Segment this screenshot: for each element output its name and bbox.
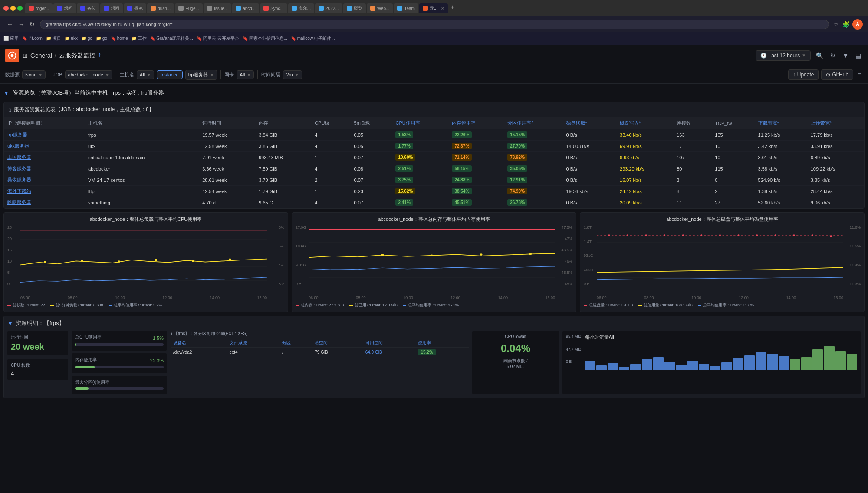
reload-btn[interactable]: ↻ <box>28 20 36 29</box>
col-memory: 内存 <box>255 117 311 129</box>
bookmark-prometheus[interactable]: 📁 go <box>96 36 107 41</box>
tab-4[interactable]: 想问 <box>100 3 123 13</box>
share-icon[interactable]: ⤴ <box>98 53 101 59</box>
tab-11[interactable]: 海尔... <box>288 3 314 13</box>
mem-chart-legend: 总内存 Current: 27.2 GiB 总已用 Current: 12.3 … <box>296 302 572 308</box>
bookmark-aliyun[interactable]: 🔖 阿里云-云开发平台 <box>197 36 239 42</box>
minimize-btn[interactable] <box>10 6 16 11</box>
bookmark-mail[interactable]: 🔖 mailcow.电子邮件... <box>291 36 335 42</box>
new-tab-btn[interactable]: + <box>450 3 454 13</box>
gauges-column: 总CPU使用率 1.5% 内存使用率 22.3% <box>72 331 167 394</box>
refresh-btn[interactable]: ↻ <box>829 50 837 61</box>
time-range-btn[interactable]: 🕐 Last 12 hours ▼ <box>756 50 811 61</box>
row-uptime: 7.91 week <box>199 152 255 163</box>
row-ul-bw: 109.22 kb/s <box>807 163 864 174</box>
bookmark-grafana[interactable]: 🔖 Grafana展示精美... <box>150 36 193 42</box>
row-ip[interactable]: 略略服务器 <box>4 197 85 208</box>
tab-13[interactable]: 概览 <box>343 3 366 13</box>
bookmark-work[interactable]: 📁 工作 <box>132 36 147 42</box>
tab-8[interactable]: Issue... <box>204 3 231 13</box>
bookmark-go[interactable]: 📁 go <box>81 36 92 41</box>
tab-2[interactable]: 想问 <box>53 3 76 13</box>
section-collapse-btn[interactable]: ▼ <box>3 90 9 96</box>
svg-point-6 <box>44 261 46 263</box>
bookmark-btn[interactable]: ☆ <box>832 19 840 30</box>
chevron-down-icon: ▼ <box>247 72 251 77</box>
job-select[interactable]: abcdocker_node ▼ <box>65 70 112 79</box>
profile-avatar[interactable]: A <box>852 19 863 30</box>
nic-select[interactable]: All ▼ <box>237 70 254 79</box>
svg-point-18 <box>529 253 532 255</box>
chevron-down-icon: ▼ <box>147 72 151 77</box>
maximize-btn[interactable] <box>17 6 23 11</box>
row-uptime: 12.58 week <box>199 141 255 152</box>
extensions-btn[interactable]: 🧩 <box>842 19 851 30</box>
cpu-chart-svg <box>20 225 267 295</box>
tab-github[interactable]: Euge... <box>175 3 203 13</box>
tab-team[interactable]: Team <box>394 3 418 13</box>
tab-10[interactable]: Sync... <box>260 3 287 13</box>
forward-btn[interactable]: → <box>16 20 26 29</box>
bookmark-ukx[interactable]: 📁 ukx <box>65 36 78 41</box>
traffic-bar <box>664 362 675 370</box>
row-ip[interactable]: frp服务器 <box>4 129 85 141</box>
row-cpu: 2 <box>311 174 350 186</box>
traffic-bar <box>596 365 607 370</box>
row-conn: 11 <box>673 197 711 208</box>
traffic-bar <box>699 364 709 370</box>
more-menu-btn[interactable]: ≡ <box>856 69 863 80</box>
bookmark-project[interactable]: 📁 项目 <box>46 36 61 42</box>
update-btn[interactable]: ↑ Update <box>788 69 819 80</box>
update-icon: ↑ <box>793 72 796 78</box>
cpu-iowait-label: CPU iowait <box>476 334 556 339</box>
traffic-bar <box>710 366 720 370</box>
traffic-bar <box>812 349 823 370</box>
close-btn[interactable] <box>3 6 9 11</box>
row-ip[interactable]: ukx服务器 <box>4 141 85 152</box>
github-btn[interactable]: ⊙ GitHub <box>821 69 853 80</box>
interval-select[interactable]: 2m ▼ <box>283 70 302 79</box>
detail-collapse-btn[interactable]: ▼ <box>7 320 13 327</box>
tab-roger[interactable]: roger... <box>25 3 53 13</box>
cpu-cores-value: 4 <box>11 370 65 377</box>
panel-toggle-btn[interactable]: ▤ <box>854 50 863 61</box>
row-ip[interactable]: 出国服务器 <box>4 152 85 163</box>
chevron-down-btn[interactable]: ▼ <box>841 50 850 61</box>
hostname-select[interactable]: All ▼ <box>137 70 154 79</box>
tab-active[interactable]: 云...✕ <box>419 3 448 13</box>
tab-12[interactable]: 2022... <box>315 3 342 13</box>
bookmark-apps[interactable]: ⬜ 应用 <box>3 36 19 42</box>
tab-6[interactable]: dush... <box>147 3 174 13</box>
row-ip[interactable]: 吴依服务器 <box>4 174 85 186</box>
back-btn[interactable]: ← <box>5 20 15 29</box>
row-uptime: 28.61 week <box>199 174 255 186</box>
instance-select[interactable]: Instance <box>157 70 183 79</box>
panel-title: 服务器资源总览表【JOB：abcdocker_node，主机总数：8】 <box>14 106 154 113</box>
zoom-out-btn[interactable]: 🔍 <box>814 50 825 61</box>
svg-point-28 <box>700 234 702 236</box>
bookmark-credit[interactable]: 🔖 国家企业信用信息... <box>243 36 287 42</box>
tab-9[interactable]: abcd... <box>232 3 259 13</box>
cpu-chart-area: 2520151050 6%5%4%3% <box>7 225 284 295</box>
tab-5[interactable]: 概览 <box>124 3 146 13</box>
tab-14[interactable]: Web... <box>367 3 393 13</box>
address-input[interactable] <box>40 20 829 29</box>
table-row: 略略服务器 something... 4.70 d... 9.65 G... 4… <box>4 197 864 208</box>
bookmark-home[interactable]: 🔖 home <box>111 36 128 41</box>
row-ul-bw: 33.91 kb/s <box>807 141 864 152</box>
traffic-bar <box>847 354 857 371</box>
row-ip[interactable]: 博客服务器 <box>4 163 85 174</box>
tab-3[interactable]: 各位 <box>77 3 99 13</box>
disk-partition: / <box>279 348 312 357</box>
datasource-select[interactable]: None ▼ <box>22 70 46 79</box>
row-cpu-pct: 1.77% <box>395 143 413 149</box>
breadcrumb-parent[interactable]: General <box>30 52 52 59</box>
traffic-bar-chart <box>585 344 857 370</box>
frp-server-select[interactable]: frp服务器 ▼ <box>185 70 217 80</box>
row-disk-read: 0 B/s <box>563 152 616 163</box>
time-range-label: Last 12 hours <box>769 53 800 59</box>
row-ip[interactable]: 海外下载站 <box>4 186 85 197</box>
row-disk-write: 6.93 kb/s <box>616 152 673 163</box>
bookmark-i4t[interactable]: 🔖 i4t.com <box>22 36 43 41</box>
row-tcp: 10 <box>711 152 754 163</box>
